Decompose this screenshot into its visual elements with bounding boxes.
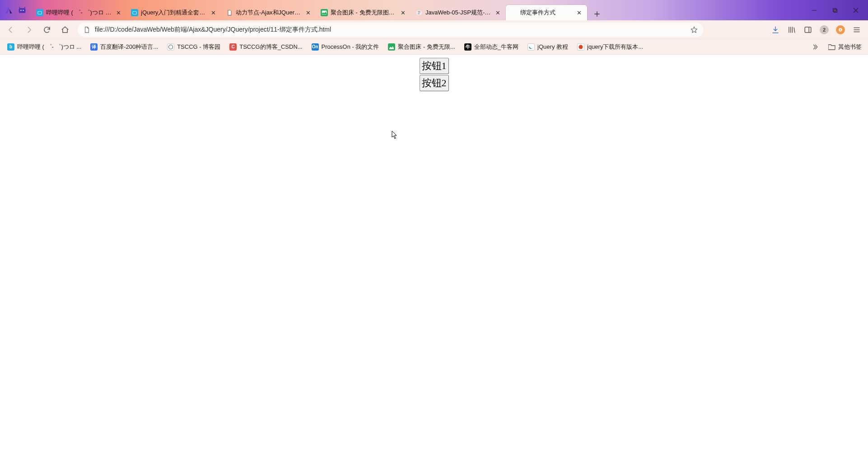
bookmark-label: ProcessOn - 我的文件 — [322, 43, 379, 51]
tab-close-button[interactable]: ✕ — [575, 9, 583, 16]
jquery-download-icon — [577, 43, 584, 51]
bookmark-label: TSCCG - 博客园 — [177, 43, 220, 51]
library-icon[interactable] — [787, 25, 797, 35]
nowcoder-icon: 牛 — [464, 43, 471, 51]
app-icon-2[interactable] — [17, 5, 27, 15]
tab-close-button[interactable]: ✕ — [494, 9, 501, 16]
generic-icon — [510, 9, 518, 16]
bookmark-nowcoder[interactable]: 牛 全部动态_牛客网 — [461, 41, 522, 53]
profile-badge-count: 2 — [820, 25, 829, 34]
bookmark-label: 哔哩哔哩 ( ゜- ゜)つロ ... — [17, 43, 81, 51]
window-minimize-button[interactable] — [804, 0, 825, 20]
svg-rect-6 — [133, 12, 136, 14]
bookmark-jquery-tutorial[interactable]: jQuery 教程 — [524, 41, 572, 53]
extension-icon[interactable] — [835, 25, 845, 35]
browser-tabstrip: 哔哩哔哩 ( ゜- ゜)つロ 干杯~ ✕ jQuery入门到精通全套完整 ✕ 动… — [0, 0, 868, 20]
tab-close-button[interactable]: ✕ — [304, 9, 312, 16]
jquery-icon — [527, 43, 535, 51]
tab-bilibili[interactable]: 哔哩哔哩 ( ゜- ゜)つロ 干杯~ ✕ — [32, 5, 126, 20]
tabs-container: 哔哩哔哩 ( ゜- ゜)つロ 干杯~ ✕ jQuery入门到精通全套完整 ✕ 动… — [32, 0, 804, 20]
bilibili-icon — [131, 9, 138, 16]
bookmark-processon[interactable]: On ProcessOn - 我的文件 — [308, 41, 383, 53]
bookmarks-bar: b 哔哩哔哩 ( ゜- ゜)つロ ... 译 百度翻译-200种语言... TS… — [0, 39, 868, 55]
tab-close-button[interactable]: ✕ — [399, 9, 406, 16]
nav-home-button[interactable] — [58, 23, 72, 37]
pdf-icon — [226, 9, 233, 16]
app-menu-button[interactable] — [852, 25, 862, 35]
page-content: 按钮1 按钮2 — [0, 55, 868, 466]
tab-label: JavaWeb-05-JSP规范-06- — [425, 9, 491, 17]
tab-javaweb-doc[interactable]: JavaWeb-05-JSP规范-06- ✕ — [411, 5, 506, 20]
window-controls — [804, 0, 866, 20]
bookmark-label: 聚合图床 - 免费无限... — [398, 43, 455, 51]
profile-badge[interactable]: 2 — [819, 25, 829, 35]
address-bar[interactable]: file:///D:/code/JavaWeb/Web前端/Ajax&JQuer… — [78, 23, 704, 37]
svg-point-16 — [579, 45, 583, 49]
nav-back-button[interactable] — [4, 23, 18, 37]
app-icon-1[interactable] — [4, 5, 14, 15]
downloads-icon[interactable] — [770, 25, 780, 35]
processon-icon: On — [312, 43, 319, 51]
nav-reload-button[interactable] — [40, 23, 54, 37]
bilibili-icon — [36, 9, 43, 16]
bilibili-icon: b — [7, 43, 14, 51]
tab-label: 聚合图床 - 免费无限图片上 — [331, 9, 397, 17]
bookmark-baidu-translate[interactable]: 译 百度翻译-200种语言... — [87, 41, 162, 53]
window-close-button[interactable] — [845, 0, 866, 20]
svg-rect-11 — [805, 27, 811, 33]
nav-forward-button[interactable] — [22, 23, 36, 37]
bookmark-label: 百度翻译-200种语言... — [100, 43, 158, 51]
bookmark-imagebed[interactable]: 聚合图床 - 免费无限... — [384, 41, 458, 53]
window-maximize-button[interactable] — [825, 0, 845, 20]
image-icon — [388, 43, 395, 51]
other-bookmarks-label: 其他书签 — [838, 43, 862, 51]
csdn-icon: C — [229, 43, 237, 51]
image-icon — [321, 9, 328, 16]
button-2[interactable]: 按钮2 — [420, 75, 449, 91]
browser-toolbar: file:///D:/code/JavaWeb/Web前端/Ajax&JQuer… — [0, 20, 868, 39]
baidu-icon: 译 — [90, 43, 98, 51]
tab-label: 绑定事件方式 — [520, 9, 573, 17]
svg-point-2 — [23, 9, 23, 10]
tab-jquery-course[interactable]: jQuery入门到精通全套完整 ✕ — [126, 5, 221, 20]
bookmark-label: TSCCG的博客_CSDN... — [239, 43, 302, 51]
bookmarks-overflow-area: 其他书签 — [809, 41, 864, 53]
tab-label: jQuery入门到精通全套完整 — [141, 9, 207, 17]
svg-rect-0 — [19, 8, 26, 13]
tab-pdf[interactable]: 动力节点-Ajax和JQuery.pdf ✕ — [221, 5, 316, 20]
bookmarks-overflow-button[interactable] — [809, 41, 821, 53]
bookmark-label: jquery下载所有版本... — [587, 43, 643, 51]
svg-rect-9 — [833, 8, 836, 11]
cnblogs-icon — [167, 43, 174, 51]
svg-rect-4 — [38, 12, 42, 14]
sidebar-icon[interactable] — [803, 25, 813, 35]
app-icons — [2, 5, 32, 15]
svg-point-1 — [20, 9, 21, 10]
toolbar-right-icons: 2 — [770, 25, 864, 35]
document-icon — [415, 9, 423, 16]
bookmark-csdn[interactable]: C TSCCG的博客_CSDN... — [226, 41, 306, 53]
other-bookmarks-button[interactable]: 其他书签 — [826, 43, 864, 51]
svg-rect-10 — [834, 9, 837, 12]
file-protocol-icon — [83, 26, 90, 33]
tab-active-page[interactable]: 绑定事件方式 ✕ — [506, 5, 587, 20]
tab-close-button[interactable]: ✕ — [115, 9, 122, 16]
new-tab-button[interactable] — [591, 8, 603, 20]
tab-imagebed[interactable]: 聚合图床 - 免费无限图片上 ✕ — [316, 5, 411, 20]
mouse-cursor-icon — [392, 130, 398, 140]
bookmark-bilibili[interactable]: b 哔哩哔哩 ( ゜- ゜)つロ ... — [4, 41, 85, 53]
bookmark-jquery-download[interactable]: jquery下载所有版本... — [574, 41, 647, 53]
bookmark-star-icon[interactable] — [690, 26, 698, 34]
bookmark-label: 全部动态_牛客网 — [474, 43, 518, 51]
svg-point-13 — [840, 29, 841, 30]
tab-close-button[interactable]: ✕ — [210, 9, 217, 16]
tab-label: 动力节点-Ajax和JQuery.pdf — [236, 9, 302, 17]
bookmark-cnblogs[interactable]: TSCCG - 博客园 — [163, 41, 224, 53]
folder-icon — [828, 44, 835, 50]
bookmark-label: jQuery 教程 — [537, 43, 568, 51]
button-1[interactable]: 按钮1 — [420, 58, 449, 74]
tab-label: 哔哩哔哩 ( ゜- ゜)つロ 干杯~ — [46, 9, 112, 17]
svg-point-14 — [169, 45, 173, 49]
address-url: file:///D:/code/JavaWeb/Web前端/Ajax&JQuer… — [95, 26, 686, 34]
